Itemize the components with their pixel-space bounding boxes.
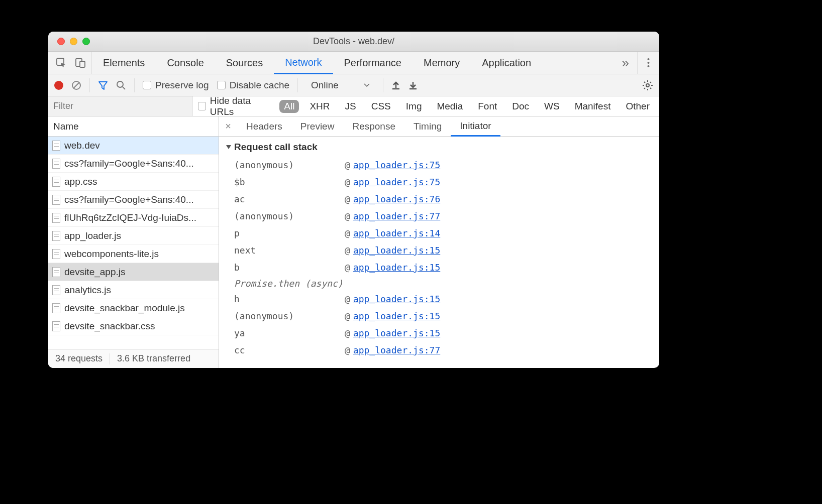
hide-data-urls-checkbox[interactable]: Hide data URLs: [198, 95, 274, 117]
file-icon: [52, 303, 60, 313]
detail-tab-headers[interactable]: Headers: [237, 116, 291, 136]
stack-source-link[interactable]: app_loader.js:77: [353, 342, 440, 359]
filter-type-ws[interactable]: WS: [540, 100, 564, 113]
stack-function-name: (anonymous): [234, 308, 345, 325]
divider: [110, 353, 110, 364]
request-row[interactable]: css?family=Google+Sans:40...: [48, 155, 219, 173]
request-call-stack-header[interactable]: Request call stack: [226, 142, 652, 153]
tab-performance[interactable]: Performance: [333, 52, 413, 74]
stack-frame: ac@app_loader.js:76: [226, 191, 652, 208]
filter-type-css[interactable]: CSS: [367, 100, 395, 113]
stack-frame: h@app_loader.js:15: [226, 291, 652, 308]
stack-source-link[interactable]: app_loader.js:15: [353, 291, 440, 308]
request-row[interactable]: devsite_app.js: [48, 263, 219, 281]
detail-tabs: × HeadersPreviewResponseTimingInitiator: [219, 116, 659, 137]
svg-point-4: [648, 62, 650, 64]
request-row[interactable]: webcomponents-lite.js: [48, 245, 219, 263]
stack-function-name: h: [234, 291, 345, 308]
filter-type-doc[interactable]: Doc: [507, 100, 534, 113]
tab-application[interactable]: Application: [471, 52, 542, 74]
tab-network[interactable]: Network: [274, 52, 333, 74]
disable-cache-checkbox[interactable]: Disable cache: [217, 80, 289, 91]
stack-source-link[interactable]: app_loader.js:15: [353, 259, 440, 276]
stack-source-link[interactable]: app_loader.js:15: [353, 325, 440, 342]
detail-tab-preview[interactable]: Preview: [291, 116, 344, 136]
clear-icon[interactable]: [71, 80, 81, 90]
titlebar: DevTools - web.dev/: [48, 32, 659, 52]
request-row[interactable]: web.dev: [48, 137, 219, 155]
kebab-menu-icon[interactable]: [637, 52, 659, 74]
tab-memory[interactable]: Memory: [413, 52, 471, 74]
close-detail-icon[interactable]: ×: [219, 116, 237, 136]
record-button[interactable]: [54, 81, 63, 90]
tabs-overflow-button[interactable]: »: [614, 52, 637, 74]
request-row[interactable]: app.css: [48, 173, 219, 191]
stack-at-symbol: @: [345, 325, 350, 342]
request-row[interactable]: css?family=Google+Sans:40...: [48, 191, 219, 209]
tab-console[interactable]: Console: [156, 52, 215, 74]
stack-frame: (anonymous)@app_loader.js:75: [226, 157, 652, 174]
request-name: css?family=Google+Sans:40...: [64, 194, 194, 205]
stack-source-link[interactable]: app_loader.js:75: [353, 174, 440, 191]
svg-point-5: [648, 65, 650, 67]
file-icon: [52, 177, 60, 187]
filter-icon[interactable]: [98, 80, 108, 90]
tab-elements[interactable]: Elements: [92, 52, 156, 74]
request-row[interactable]: flUhRq6tzZcIQEJ-Vdg-IuiaDs...: [48, 209, 219, 227]
file-icon: [52, 321, 60, 331]
divider: [297, 78, 298, 92]
transferred-size: 3.6 KB transferred: [117, 353, 190, 364]
stack-at-symbol: @: [345, 342, 350, 359]
request-row[interactable]: devsite_snackbar.css: [48, 317, 219, 335]
disable-cache-label: Disable cache: [230, 80, 289, 91]
filter-type-all[interactable]: All: [279, 100, 299, 113]
download-har-icon[interactable]: [408, 81, 418, 90]
filter-type-js[interactable]: JS: [341, 100, 361, 113]
filter-type-manifest[interactable]: Manifest: [570, 100, 615, 113]
filter-type-media[interactable]: Media: [432, 100, 467, 113]
file-icon: [52, 267, 60, 277]
stack-source-link[interactable]: app_loader.js:15: [353, 308, 440, 325]
close-window-button[interactable]: [57, 38, 65, 45]
inspect-icon[interactable]: [56, 58, 66, 68]
detail-tab-response[interactable]: Response: [343, 116, 404, 136]
stack-at-symbol: @: [345, 208, 350, 225]
tab-sources[interactable]: Sources: [215, 52, 274, 74]
name-column-header[interactable]: Name: [48, 116, 219, 137]
request-row[interactable]: app_loader.js: [48, 227, 219, 245]
upload-har-icon[interactable]: [391, 81, 400, 90]
settings-gear-icon[interactable]: [642, 80, 653, 91]
stack-source-link[interactable]: app_loader.js:77: [353, 208, 440, 225]
filter-type-xhr[interactable]: XHR: [305, 100, 334, 113]
device-toggle-icon[interactable]: [75, 58, 85, 68]
stack-source-link[interactable]: app_loader.js:75: [353, 157, 440, 174]
preserve-log-checkbox[interactable]: Preserve log: [143, 80, 209, 91]
stack-function-name: p: [234, 225, 345, 242]
filter-type-font[interactable]: Font: [473, 100, 501, 113]
filter-type-other[interactable]: Other: [621, 100, 654, 113]
search-icon[interactable]: [116, 80, 126, 90]
request-row[interactable]: devsite_snackbar_module.js: [48, 299, 219, 317]
stack-at-symbol: @: [345, 242, 350, 259]
maximize-window-button[interactable]: [82, 38, 90, 45]
request-row[interactable]: analytics.js: [48, 281, 219, 299]
request-name: devsite_snackbar.css: [64, 321, 155, 332]
throttling-dropdown[interactable]: Online: [306, 79, 375, 92]
stack-source-link[interactable]: app_loader.js:76: [353, 191, 440, 208]
checkbox-icon: [198, 102, 206, 110]
detail-tab-initiator[interactable]: Initiator: [451, 116, 500, 137]
stack-at-symbol: @: [345, 225, 350, 242]
divider: [89, 78, 90, 92]
stack-source-link[interactable]: app_loader.js:15: [353, 242, 440, 259]
file-icon: [52, 195, 60, 205]
svg-point-8: [117, 81, 123, 87]
filter-input[interactable]: [48, 96, 193, 116]
file-icon: [52, 159, 60, 169]
minimize-window-button[interactable]: [70, 38, 77, 45]
disclosure-triangle-icon: [226, 145, 231, 149]
stack-source-link[interactable]: app_loader.js:14: [353, 225, 440, 242]
svg-line-7: [73, 82, 79, 88]
filter-type-img[interactable]: Img: [401, 100, 427, 113]
request-count: 34 requests: [55, 353, 102, 364]
detail-tab-timing[interactable]: Timing: [404, 116, 451, 136]
